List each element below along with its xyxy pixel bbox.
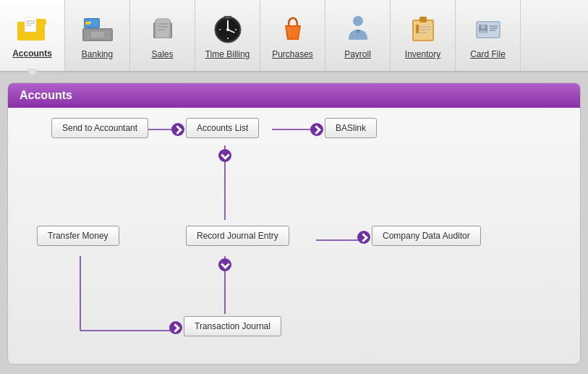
nav-item-time-billing[interactable]: Time Billing: [195, 0, 260, 71]
accounts-icon: [15, 11, 50, 46]
top-navigation: Accounts Banking: [0, 0, 588, 72]
purchases-icon: [276, 12, 310, 46]
svg-rect-39: [416, 27, 419, 30]
company-data-auditor-button[interactable]: Company Data Auditor: [372, 226, 481, 246]
nav-item-accounts[interactable]: Accounts: [0, 0, 65, 71]
svg-rect-2: [25, 17, 36, 32]
svg-point-31: [353, 16, 363, 26]
nav-label-banking: Banking: [82, 49, 113, 59]
arrow-down-to-record-journal: [218, 149, 231, 162]
main-content-panel: Accounts Send to Accountant Accounts Lis…: [7, 82, 581, 365]
svg-rect-15: [156, 18, 169, 37]
nav-label-inventory: Inventory: [405, 49, 440, 59]
nav-label-time-billing: Time Billing: [205, 49, 250, 59]
section-header: Accounts: [8, 83, 580, 108]
nav-item-payroll[interactable]: Payroll: [325, 0, 391, 71]
nav-label-purchases: Purchases: [272, 49, 313, 59]
nav-item-banking[interactable]: Banking: [65, 0, 130, 71]
banking-icon: [80, 12, 115, 46]
arrow-to-baslink: [310, 123, 323, 136]
svg-rect-9: [85, 22, 90, 25]
svg-rect-34: [419, 17, 427, 22]
time-billing-icon: [210, 12, 245, 46]
payroll-icon: [341, 12, 375, 46]
nav-item-purchases[interactable]: Purchases: [260, 0, 325, 71]
baslink-button[interactable]: BASlink: [325, 118, 377, 138]
card-file-icon: [471, 12, 506, 46]
nav-label-accounts: Accounts: [12, 48, 52, 59]
nav-label-payroll: Payroll: [344, 49, 371, 59]
diagram-area: Send to Accountant Accounts List BASlink…: [8, 108, 580, 361]
nav-item-sales[interactable]: Sales: [130, 0, 195, 71]
svg-rect-40: [416, 30, 419, 33]
record-journal-entry-button[interactable]: Record Journal Entry: [186, 226, 289, 246]
svg-rect-38: [416, 25, 419, 27]
arrow-to-transaction-journal: [169, 321, 182, 334]
svg-rect-12: [91, 32, 104, 38]
svg-point-44: [481, 25, 485, 29]
nav-label-card-file: Card File: [470, 49, 506, 59]
arrow-to-accounts-list: [171, 123, 184, 136]
nav-item-inventory[interactable]: Inventory: [391, 0, 456, 71]
inventory-icon: [406, 12, 440, 46]
section-title: Accounts: [20, 89, 72, 101]
accounts-list-button[interactable]: Accounts List: [186, 118, 259, 138]
send-to-accountant-button[interactable]: Send to Accountant: [51, 118, 148, 138]
arrow-to-company-data-auditor: [357, 231, 370, 244]
sales-icon: [145, 12, 180, 46]
transaction-journal-button[interactable]: Transaction Journal: [184, 316, 281, 336]
svg-point-24: [226, 28, 229, 31]
arrow-down-to-transaction-journal: [218, 258, 231, 271]
nav-label-sales: Sales: [151, 49, 173, 59]
nav-item-card-file[interactable]: Card File: [456, 0, 521, 71]
transfer-money-button[interactable]: Transfer Money: [37, 226, 119, 246]
